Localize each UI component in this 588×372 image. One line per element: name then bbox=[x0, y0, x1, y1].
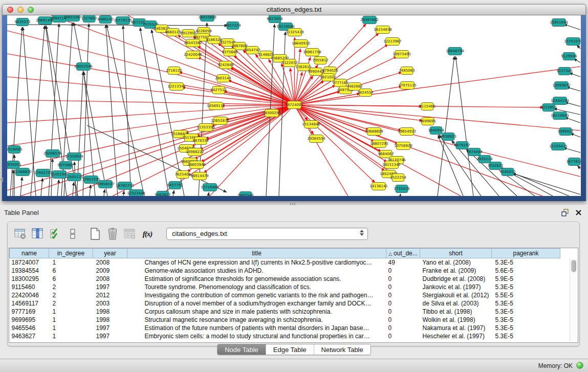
network-node[interactable]: 9242848 bbox=[217, 61, 233, 69]
cell-out_de[interactable]: 0 bbox=[386, 324, 420, 332]
cell-short[interactable]: Hescheler et al. (1997) bbox=[420, 332, 492, 340]
cell-short[interactable]: de Silva et al. (2003) bbox=[420, 299, 492, 308]
network-node[interactable]: 8813054 bbox=[267, 15, 283, 23]
network-node[interactable]: 9375685 bbox=[222, 49, 237, 56]
cell-out_de[interactable]: 0 bbox=[386, 275, 420, 283]
table-row[interactable]: 946362711997Embryonic stem cells: a mode… bbox=[10, 332, 560, 340]
cell-title[interactable]: Estimation of significance thresholds fo… bbox=[127, 275, 386, 283]
network-node[interactable]: 9465546 bbox=[237, 192, 254, 196]
network-edge[interactable] bbox=[73, 182, 74, 196]
create-column-button[interactable] bbox=[88, 226, 103, 242]
network-edge[interactable] bbox=[578, 166, 580, 169]
function-builder-button[interactable]: f(x) bbox=[140, 226, 155, 242]
cell-out_de[interactable]: 0 bbox=[386, 291, 420, 299]
network-node[interactable]: 9699695 bbox=[420, 118, 435, 125]
cell-title[interactable]: Tourette syndrome. Phenomenology and cla… bbox=[127, 283, 386, 291]
network-node[interactable]: 9215953 bbox=[540, 104, 556, 112]
network-node[interactable]: 18724007 bbox=[285, 101, 303, 109]
network-edge[interactable] bbox=[563, 24, 580, 30]
network-node[interactable]: 9245012 bbox=[499, 168, 515, 176]
network-edge[interactable] bbox=[7, 31, 294, 105]
cell-in_degree[interactable]: 2 bbox=[49, 291, 93, 299]
cell-year[interactable]: 1997 bbox=[93, 283, 127, 291]
network-node[interactable]: 14136141 bbox=[369, 183, 388, 190]
cell-year[interactable]: 1997 bbox=[93, 324, 127, 332]
memory-status-icon[interactable] bbox=[576, 362, 583, 369]
network-node[interactable]: 8938923 bbox=[440, 133, 456, 141]
network-edge[interactable] bbox=[140, 28, 169, 196]
network-edge[interactable] bbox=[7, 105, 294, 190]
table-row[interactable]: 946554611997Estimation of the future num… bbox=[10, 324, 560, 332]
network-node[interactable]: 12103415 bbox=[549, 143, 568, 150]
cell-name[interactable]: 18300295 bbox=[10, 275, 49, 283]
network-node[interactable]: 10973493 bbox=[393, 51, 411, 58]
cell-short[interactable]: Wolkin et al. (1998) bbox=[420, 316, 492, 324]
network-node[interactable]: 12652875 bbox=[211, 117, 229, 125]
network-node[interactable]: 11325419 bbox=[286, 29, 304, 36]
table-scrollbar[interactable] bbox=[570, 258, 578, 342]
cell-in_degree[interactable]: 1 bbox=[49, 324, 93, 332]
network-node[interactable]: 16648794 bbox=[446, 48, 464, 55]
network-edge[interactable] bbox=[294, 105, 348, 196]
panel-collapse-arrow[interactable] bbox=[0, 177, 3, 182]
minimize-window-icon[interactable] bbox=[17, 7, 24, 13]
cell-name[interactable]: 9699695 bbox=[10, 316, 49, 324]
delete-column-button[interactable] bbox=[105, 226, 120, 242]
cell-pagerank[interactable]: 5.3E-5 bbox=[492, 258, 560, 267]
cell-year[interactable]: 2009 bbox=[93, 267, 127, 275]
cell-year[interactable]: 2008 bbox=[93, 275, 127, 283]
cell-pagerank[interactable]: 5.3E-5 bbox=[492, 324, 560, 332]
tab-edge-table[interactable]: Edge Table bbox=[266, 344, 314, 355]
cell-pagerank[interactable]: 5.6E-5 bbox=[492, 267, 560, 275]
table-row[interactable]: 1938455462009Genome-wide association stu… bbox=[10, 267, 560, 275]
network-node[interactable]: 19384554 bbox=[307, 135, 325, 143]
cell-name[interactable]: 9465546 bbox=[10, 324, 49, 332]
cell-pagerank[interactable]: 5.9E-5 bbox=[492, 275, 560, 283]
tab-node-table[interactable]: Node Table bbox=[217, 344, 266, 355]
cell-out_de[interactable]: 0 bbox=[386, 283, 420, 291]
network-node[interactable]: 20387682 bbox=[360, 16, 379, 24]
cell-name[interactable]: 9777169 bbox=[10, 308, 49, 316]
network-node[interactable]: 9821022 bbox=[320, 74, 336, 81]
network-node[interactable]: 12505115 bbox=[65, 173, 83, 181]
network-node[interactable]: 8660123 bbox=[165, 29, 181, 36]
row-options-button[interactable] bbox=[65, 226, 80, 242]
cell-in_degree[interactable]: 2 bbox=[49, 283, 93, 291]
network-node[interactable]: 6879197 bbox=[454, 142, 470, 149]
column-header-out_de[interactable]: △out_de... bbox=[386, 249, 420, 258]
network-node[interactable]: 17942757 bbox=[34, 169, 52, 177]
column-header-short[interactable]: short bbox=[420, 249, 492, 258]
network-node[interactable]: 20053346 bbox=[74, 63, 93, 71]
network-edge[interactable] bbox=[7, 25, 228, 26]
cell-title[interactable]: Changes of HCN gene expression and I(f) … bbox=[127, 258, 386, 267]
network-node[interactable]: 22420046 bbox=[184, 51, 202, 59]
network-node[interactable]: 18300295 bbox=[263, 110, 281, 117]
network-node[interactable]: 8878334 bbox=[192, 137, 209, 145]
cell-title[interactable]: Structural magnetic resonance image aver… bbox=[127, 316, 386, 324]
cell-name[interactable]: 9463627 bbox=[10, 332, 49, 340]
cell-in_degree[interactable]: 6 bbox=[49, 267, 93, 275]
network-node[interactable]: 2803144 bbox=[215, 75, 231, 82]
cell-year[interactable]: 2012 bbox=[93, 291, 127, 299]
network-edge[interactable] bbox=[438, 56, 454, 196]
network-node[interactable]: 16210643 bbox=[551, 112, 569, 120]
cell-short[interactable]: Jankovic et al. (1997) bbox=[420, 283, 492, 291]
cell-in_degree[interactable]: 1 bbox=[49, 316, 93, 324]
table-row[interactable]: 977716911998Corpus callosum shape and si… bbox=[10, 308, 560, 316]
network-edge[interactable] bbox=[123, 26, 131, 196]
cell-title[interactable]: Investigating the contribution of common… bbox=[127, 291, 386, 299]
network-node[interactable]: 12093872 bbox=[552, 82, 571, 90]
network-node[interactable]: 8427512 bbox=[210, 86, 226, 94]
network-edge[interactable] bbox=[198, 57, 294, 105]
network-edge[interactable] bbox=[294, 105, 542, 196]
network-node[interactable]: 15718485 bbox=[201, 184, 219, 191]
network-edge[interactable] bbox=[294, 105, 580, 177]
network-node[interactable]: 17975115 bbox=[398, 82, 417, 90]
network-node[interactable]: 9227343 bbox=[556, 68, 572, 75]
cell-out_de[interactable]: 0 bbox=[386, 299, 420, 308]
network-edge[interactable] bbox=[564, 117, 580, 123]
network-edge[interactable] bbox=[7, 105, 294, 169]
cell-name[interactable]: 19384554 bbox=[10, 267, 49, 275]
network-node[interactable]: 18807293 bbox=[370, 140, 388, 148]
network-node[interactable]: 19654923 bbox=[398, 128, 416, 136]
